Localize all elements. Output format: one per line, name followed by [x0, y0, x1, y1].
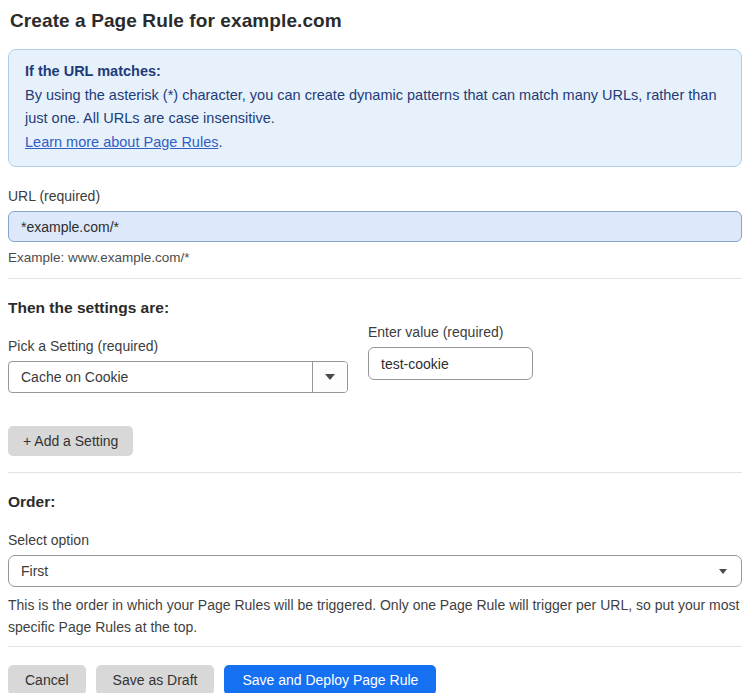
setting-select[interactable]: Cache on Cookie	[8, 361, 348, 393]
url-field-label: URL (required)	[8, 188, 742, 204]
chevron-down-icon	[325, 374, 335, 380]
setting-value-input[interactable]	[368, 347, 533, 380]
url-input[interactable]	[8, 211, 742, 242]
setting-picker-label: Pick a Setting (required)	[8, 338, 348, 354]
order-select[interactable]: First	[8, 555, 742, 587]
setting-value-label: Enter value (required)	[368, 324, 533, 340]
info-box-heading: If the URL matches:	[25, 60, 725, 84]
order-section-heading: Order:	[8, 493, 742, 511]
order-select-value: First	[9, 563, 719, 579]
setting-value-group: Enter value (required)	[368, 317, 533, 380]
setting-picker-group: Pick a Setting (required) Cache on Cooki…	[8, 317, 348, 393]
setting-select-arrow-button[interactable]	[312, 362, 347, 392]
settings-row: Pick a Setting (required) Cache on Cooki…	[8, 317, 742, 393]
page-title: Create a Page Rule for example.com	[10, 10, 740, 32]
save-and-deploy-button[interactable]: Save and Deploy Page Rule	[224, 665, 436, 693]
order-select-caret-wrap	[719, 569, 741, 574]
order-select-label: Select option	[8, 532, 742, 548]
divider	[8, 646, 742, 647]
url-matches-info-box: If the URL matches: By using the asteris…	[8, 49, 742, 167]
divider	[8, 278, 742, 279]
info-box-link-line: Learn more about Page Rules.	[25, 131, 725, 155]
add-setting-button[interactable]: + Add a Setting	[8, 426, 133, 456]
learn-more-link[interactable]: Learn more about Page Rules	[25, 134, 218, 150]
cancel-button[interactable]: Cancel	[8, 665, 86, 693]
footer-actions: Cancel Save as Draft Save and Deploy Pag…	[8, 665, 742, 693]
settings-section-heading: Then the settings are:	[8, 299, 742, 317]
chevron-down-icon	[719, 569, 727, 574]
link-suffix: .	[218, 134, 222, 150]
url-example-text: Example: www.example.com/*	[8, 250, 742, 265]
setting-select-value: Cache on Cookie	[9, 369, 312, 385]
divider	[8, 472, 742, 473]
save-as-draft-button[interactable]: Save as Draft	[96, 665, 215, 693]
info-box-body: By using the asterisk (*) character, you…	[25, 84, 725, 131]
order-help-text: This is the order in which your Page Rul…	[8, 595, 742, 638]
